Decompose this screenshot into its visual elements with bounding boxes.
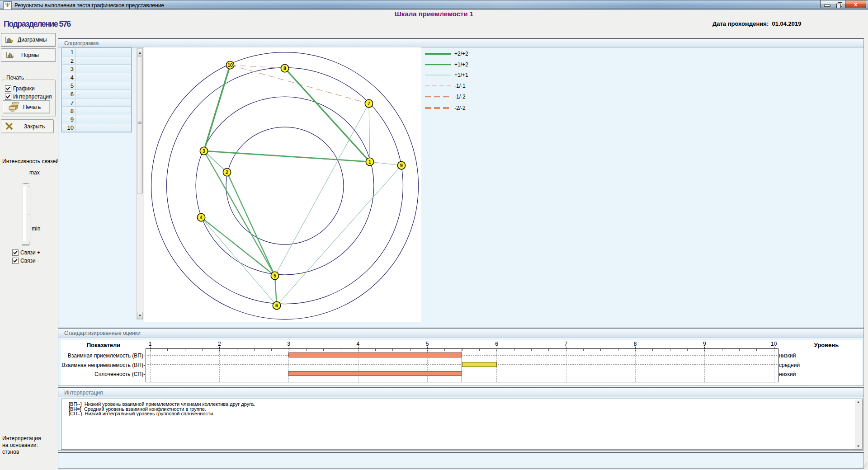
svg-text:7: 7 [368, 101, 370, 106]
svg-text:-2/-2: -2/-2 [454, 105, 466, 111]
svg-text:3: 3 [203, 148, 205, 154]
svg-text:+2/+2: +2/+2 [454, 51, 468, 57]
svg-text:9: 9 [400, 163, 403, 168]
svg-text:1: 1 [368, 159, 371, 164]
svg-text:+1/+2: +1/+2 [454, 61, 468, 68]
svg-text:5: 5 [274, 273, 276, 278]
svg-text:6: 6 [275, 303, 278, 308]
svg-text:4: 4 [200, 215, 203, 220]
svg-text:-1/-1: -1/-1 [454, 83, 466, 89]
svg-text:+1/+1: +1/+1 [454, 72, 468, 78]
svg-text:8: 8 [283, 66, 286, 71]
svg-text:2: 2 [226, 169, 228, 175]
svg-text:-1/-2: -1/-2 [454, 94, 466, 100]
svg-text:10: 10 [227, 62, 233, 68]
